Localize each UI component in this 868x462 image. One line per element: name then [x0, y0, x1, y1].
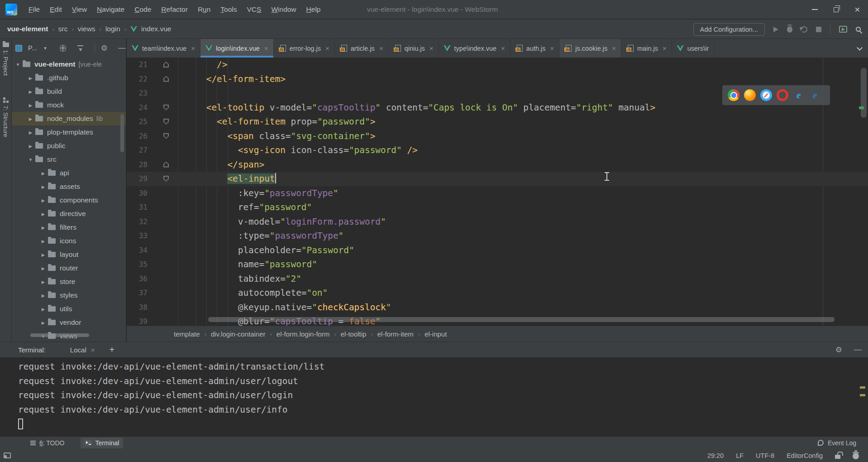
code-line[interactable]: 22 </el-form-item> — [127, 72, 868, 87]
tab-close-icon[interactable]: × — [191, 44, 195, 52]
tree-arrow-icon[interactable]: ▶ — [27, 144, 34, 149]
tree-item[interactable]: ▶components — [12, 193, 126, 207]
terminal-settings-gear-icon[interactable]: ⚙ — [835, 345, 842, 354]
terminal-hide-icon[interactable]: — — [854, 345, 862, 354]
editor-breadcrumb-item[interactable]: el-input — [423, 330, 448, 338]
locate-file-icon[interactable] — [60, 45, 67, 52]
menu-refactor[interactable]: Refactor — [156, 0, 193, 19]
editor-tab[interactable]: qiniu.js× — [389, 39, 439, 58]
code-line[interactable]: 31 ref="password" — [127, 200, 868, 215]
editor-tab[interactable]: type\index.vue× — [439, 39, 510, 58]
tree-item[interactable]: ▶public — [12, 139, 126, 153]
breadcrumb-item[interactable]: login — [105, 25, 120, 33]
line-ending[interactable]: LF — [736, 452, 744, 459]
code-line[interactable]: 36 tabindex="2" — [127, 272, 868, 286]
chevron-down-icon[interactable]: ▼ — [43, 46, 48, 51]
terminal-tab-local[interactable]: Local × — [70, 346, 95, 354]
tree-arrow-icon[interactable]: ▶ — [27, 116, 34, 121]
fold-icon[interactable] — [163, 76, 169, 82]
chrome-browser-icon[interactable] — [728, 89, 739, 101]
editor-tab[interactable]: users\ir — [672, 39, 715, 58]
code-line[interactable]: 27 <svg-icon icon-class="password" /> — [127, 143, 868, 158]
menu-edit[interactable]: Edit — [45, 0, 67, 19]
editor-vertical-scrollbar[interactable] — [861, 68, 867, 118]
project-view-icon[interactable] — [15, 45, 22, 52]
editor-tab[interactable]: js.cookie.js× — [559, 39, 621, 58]
tree-arrow-icon[interactable]: ▶ — [40, 307, 47, 312]
editor-breadcrumb-item[interactable]: template — [172, 330, 202, 338]
tree-item[interactable]: ▼src — [12, 153, 126, 166]
menu-file[interactable]: File — [24, 0, 45, 19]
tree-arrow-icon[interactable]: ▶ — [27, 76, 34, 81]
tab-close-icon[interactable]: × — [325, 44, 329, 52]
tab-close-icon[interactable]: × — [550, 44, 554, 52]
tree-arrow-icon[interactable]: ▶ — [40, 266, 47, 271]
tree-arrow-icon[interactable]: ▶ — [40, 252, 47, 257]
hide-panel-icon[interactable]: — — [118, 43, 126, 53]
tab-close-icon[interactable]: × — [264, 44, 268, 52]
tab-close-icon[interactable]: × — [501, 44, 505, 52]
fold-icon[interactable] — [163, 133, 169, 139]
menu-navigate[interactable]: Navigate — [92, 0, 129, 19]
tree-item[interactable]: ▶filters — [12, 221, 126, 234]
tree-item[interactable]: ▶node_moduleslib — [12, 112, 126, 125]
fold-icon[interactable] — [163, 162, 169, 168]
editor-breadcrumb-item[interactable]: el-form-item — [376, 330, 415, 338]
project-view-selector[interactable]: P... — [28, 44, 37, 52]
terminal-tab-close-icon[interactable]: × — [91, 346, 95, 354]
fold-icon[interactable] — [163, 176, 169, 182]
tree-arrow-icon[interactable]: ▼ — [27, 157, 34, 162]
tree-arrow-icon[interactable]: ▶ — [27, 130, 34, 135]
tree-arrow-icon[interactable]: ▶ — [40, 279, 47, 284]
minimize-button[interactable] — [804, 0, 825, 19]
fold-icon[interactable] — [163, 119, 169, 125]
tree-arrow-icon[interactable]: ▼ — [14, 62, 21, 67]
tree-item[interactable]: ▶icons — [12, 234, 126, 248]
tree-item[interactable]: ▶styles — [12, 289, 126, 302]
editor-breadcrumb-item[interactable]: el-tooltip — [339, 330, 368, 338]
code-line[interactable]: 34 placeholder="Password" — [127, 243, 868, 258]
tree-arrow-icon[interactable]: ▶ — [40, 293, 47, 298]
menu-tools[interactable]: Tools — [215, 0, 242, 19]
tab-close-icon[interactable]: × — [612, 44, 616, 52]
ie-browser-icon[interactable]: e — [793, 89, 805, 101]
rerun-icon[interactable] — [801, 26, 807, 33]
debug-icon[interactable] — [787, 26, 792, 33]
tree-item[interactable]: ▶router — [12, 261, 126, 275]
sidebar-item-project[interactable]: 1: Project — [2, 50, 9, 76]
code-line[interactable]: 33 :type="passwordType" — [127, 229, 868, 243]
edge-browser-icon[interactable]: e — [809, 89, 821, 101]
editor-tab[interactable]: article.js× — [335, 39, 389, 58]
tree-arrow-icon[interactable]: ▶ — [40, 320, 47, 325]
code-line[interactable]: 25 <el-form-item prop="password"> — [127, 115, 868, 129]
code-line[interactable]: 29 <el-input — [127, 172, 868, 186]
tab-close-icon[interactable]: × — [429, 44, 434, 52]
file-encoding[interactable]: UTF-8 — [756, 452, 774, 459]
tab-close-icon[interactable]: × — [379, 44, 383, 52]
editor-tab[interactable]: main.js× — [621, 39, 672, 58]
tab-close-icon[interactable]: × — [663, 44, 667, 52]
tree-item[interactable]: ▶api — [12, 166, 126, 180]
terminal-button[interactable]: Terminal — [81, 438, 124, 448]
editor-tab[interactable]: auth.js× — [510, 39, 560, 58]
breadcrumb-item[interactable]: views — [78, 25, 95, 33]
sidebar-item-structure[interactable]: 7: Structure — [2, 106, 9, 137]
fold-icon[interactable] — [163, 62, 169, 67]
status-corner-icon[interactable] — [4, 452, 11, 458]
menu-help[interactable]: Help — [301, 0, 326, 19]
tree-vertical-scrollbar[interactable] — [120, 114, 124, 152]
safari-browser-icon[interactable] — [760, 89, 772, 101]
run-icon[interactable] — [773, 27, 778, 32]
add-configuration-button[interactable]: Add Configuration... — [693, 23, 765, 36]
tree-arrow-icon[interactable]: ▶ — [40, 212, 47, 217]
menu-code[interactable]: Code — [129, 0, 156, 19]
new-terminal-session-icon[interactable]: + — [109, 345, 114, 355]
close-button[interactable]: × — [847, 0, 868, 19]
code-line[interactable]: 32 v-model="loginForm.password" — [127, 215, 868, 229]
event-log-button[interactable]: Event Log — [818, 439, 868, 447]
tree-item[interactable]: ▶vendor — [12, 316, 126, 329]
tree-arrow-icon[interactable]: ▶ — [40, 198, 47, 203]
menu-vcs[interactable]: VCS — [242, 0, 267, 19]
firefox-browser-icon[interactable] — [744, 89, 756, 101]
menu-window[interactable]: Window — [266, 0, 301, 19]
